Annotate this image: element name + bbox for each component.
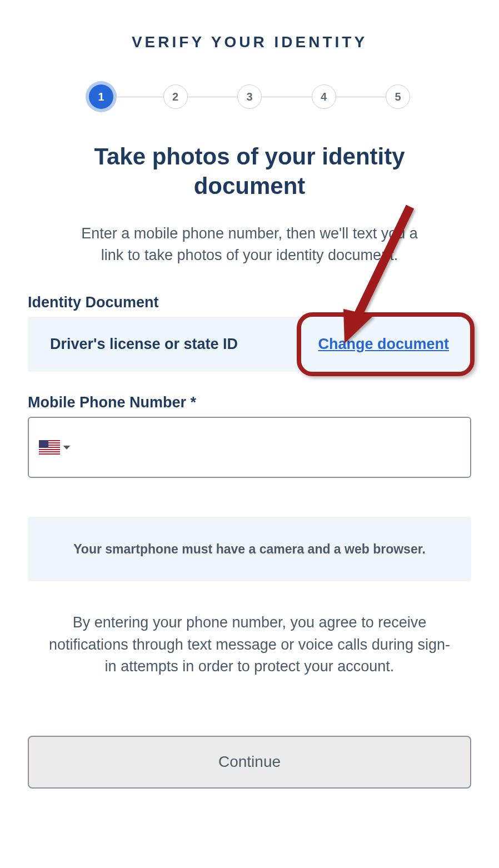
step-2: 2 [163, 84, 188, 109]
step-3: 3 [237, 84, 262, 109]
phone-number-label: Mobile Phone Number * [28, 394, 471, 411]
progress-stepper: 1 2 3 4 5 [28, 84, 471, 109]
step-line [336, 97, 386, 97]
chevron-down-icon [63, 446, 70, 450]
info-notice-box: Your smartphone must have a camera and a… [28, 517, 471, 581]
step-line [113, 97, 163, 97]
step-line [188, 97, 238, 97]
step-line [262, 97, 312, 97]
agreement-text: By entering your phone number, you agree… [28, 612, 471, 677]
page-title: VERIFY YOUR IDENTITY [28, 33, 471, 51]
step-5: 5 [386, 84, 410, 109]
step-4: 4 [312, 84, 336, 109]
us-flag-icon [39, 440, 60, 455]
description-text: Enter a mobile phone number, then we'll … [28, 223, 471, 266]
identity-document-box: Driver's license or state ID Change docu… [28, 317, 471, 372]
country-code-selector[interactable] [37, 438, 72, 457]
phone-number-input[interactable] [28, 417, 471, 478]
info-notice-text: Your smartphone must have a camera and a… [72, 540, 427, 558]
identity-document-value: Driver's license or state ID [50, 336, 238, 353]
change-document-link[interactable]: Change document [318, 336, 449, 353]
step-1: 1 [89, 84, 113, 109]
continue-button[interactable]: Continue [28, 736, 471, 789]
main-heading: Take photos of your identity document [28, 142, 471, 201]
identity-document-label: Identity Document [28, 294, 471, 311]
